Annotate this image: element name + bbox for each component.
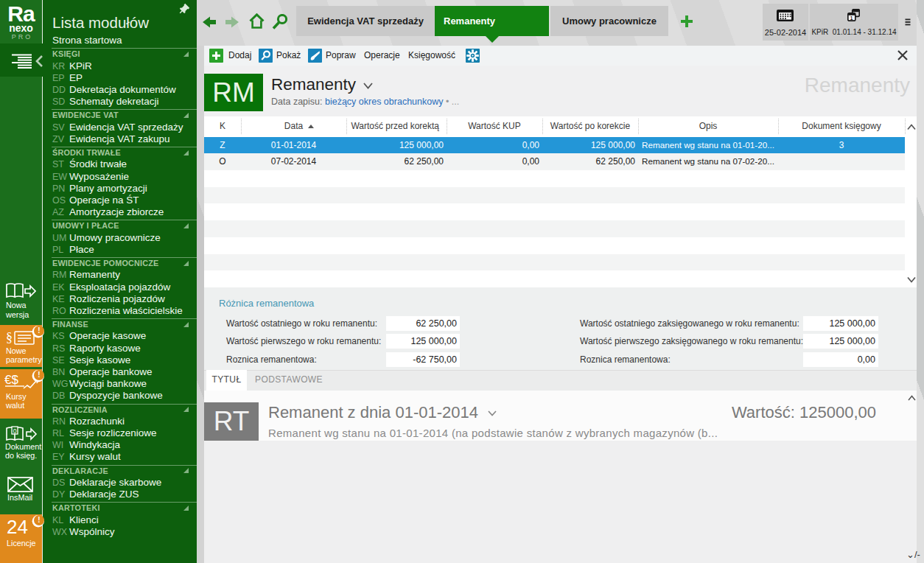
svg-text:0: 0 [13,427,17,435]
svg-text:§: § [6,330,13,345]
svg-text:1: 1 [850,15,853,21]
svg-text:€$: €$ [4,373,18,387]
